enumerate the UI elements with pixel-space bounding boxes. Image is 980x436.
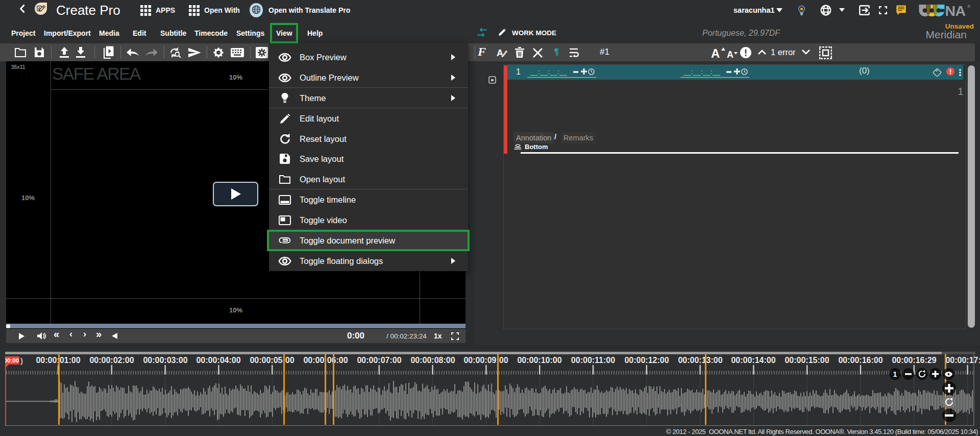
svg-text:A: A <box>727 50 733 59</box>
svg-text:NA: NA <box>945 4 966 17</box>
svg-text:A: A <box>711 46 720 59</box>
svg-text:®: ® <box>967 4 971 9</box>
